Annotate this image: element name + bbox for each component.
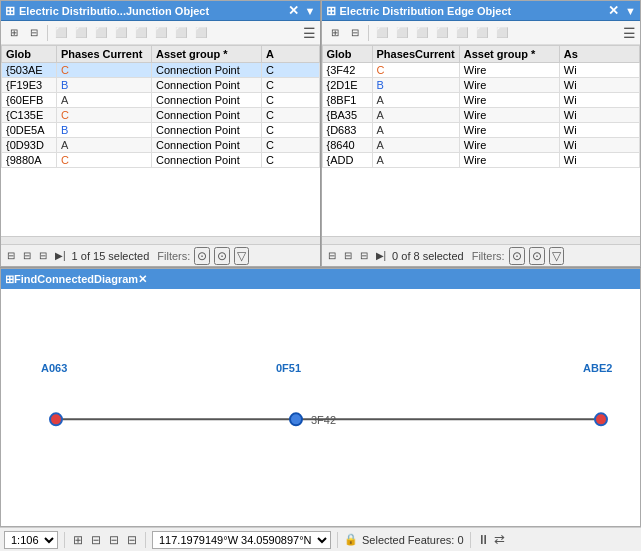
right-col-asset-header[interactable]: Asset group * (459, 46, 559, 63)
right-cell-glob: {BA35 (322, 108, 372, 123)
right-toolbar-btn-1[interactable]: ⊞ (326, 24, 344, 42)
left-table-row[interactable]: {0DE5A B Connection Point C (2, 123, 320, 138)
left-nav-last[interactable]: ▶| (53, 250, 68, 261)
right-toolbar-btn-6[interactable]: ⬜ (433, 24, 451, 42)
right-toolbar-menu[interactable]: ☰ (623, 25, 636, 41)
right-table-row[interactable]: {8BF1 A Wire Wi (322, 93, 640, 108)
diagram-close[interactable]: ✕ (138, 273, 147, 286)
diagram-canvas[interactable]: A063 0F51 3F42 ABE2 (1, 289, 640, 526)
coords-select[interactable]: 117.1979149°W 34.0590897°N (152, 531, 331, 549)
left-cell-a: C (262, 93, 320, 108)
right-cell-glob: {2D1E (322, 78, 372, 93)
node-0f51-dot[interactable] (290, 413, 302, 425)
right-panel-close[interactable]: ✕ (606, 3, 621, 18)
right-table: Glob PhasesCurrent Asset group * As {3F4… (322, 45, 641, 168)
right-filter-btn-1[interactable]: ⊙ (509, 247, 525, 265)
left-panel-dropdown[interactable]: ▼ (305, 5, 316, 17)
right-toolbar-btn-7[interactable]: ⬜ (453, 24, 471, 42)
toolbar-btn-2[interactable]: ⊟ (25, 24, 43, 42)
right-nav-first[interactable]: ⊟ (326, 250, 338, 261)
toolbar-btn-10[interactable]: ⬜ (192, 24, 210, 42)
left-cell-a: C (262, 108, 320, 123)
left-panel-close[interactable]: ✕ (286, 3, 301, 18)
node-a063-dot[interactable] (50, 413, 62, 425)
right-cell-phase: C (372, 63, 459, 78)
left-col-a-header[interactable]: A (262, 46, 320, 63)
right-toolbar-btn-8[interactable]: ⬜ (473, 24, 491, 42)
toolbar-btn-7[interactable]: ⬜ (132, 24, 150, 42)
right-nav-prev[interactable]: ⊟ (342, 250, 354, 261)
toolbar-btn-1[interactable]: ⊞ (5, 24, 23, 42)
left-filter-btn-3[interactable]: ▽ (234, 247, 249, 265)
toolbar-btn-4[interactable]: ⬜ (72, 24, 90, 42)
left-col-glob-header[interactable]: Glob (2, 46, 57, 63)
right-panel-dropdown[interactable]: ▼ (625, 5, 636, 17)
left-cell-glob: {503AE (2, 63, 57, 78)
selected-features-label: Selected Features: 0 (362, 534, 464, 546)
right-scrollbar[interactable] (322, 236, 641, 244)
left-table-row[interactable]: {0D93D A Connection Point C (2, 138, 320, 153)
left-col-asset-header[interactable]: Asset group * (152, 46, 262, 63)
right-toolbar-btn-9[interactable]: ⬜ (493, 24, 511, 42)
left-nav-next-page[interactable]: ⊟ (37, 250, 49, 261)
left-statusbar: ⊟ ⊟ ⊟ ▶| 1 of 15 selected Filters: ⊙ ⊙ ▽ (1, 244, 320, 266)
zoom-btn-1[interactable]: ⊞ (71, 533, 85, 547)
left-nav-prev[interactable]: ⊟ (21, 250, 33, 261)
right-table-row[interactable]: {2D1E B Wire Wi (322, 78, 640, 93)
scale-select[interactable]: 1:106 (4, 531, 58, 549)
selected-features: 🔒 Selected Features: 0 (344, 533, 464, 546)
left-table-row[interactable]: {60EFB A Connection Point C (2, 93, 320, 108)
left-cell-phase: C (57, 108, 152, 123)
left-toolbar-menu[interactable]: ☰ (303, 25, 316, 41)
left-cell-phase: B (57, 123, 152, 138)
right-table-row[interactable]: {D683 A Wire Wi (322, 123, 640, 138)
right-col-glob-header[interactable]: Glob (322, 46, 372, 63)
right-table-row[interactable]: {3F42 C Wire Wi (322, 63, 640, 78)
right-filter-btn-2[interactable]: ⊙ (529, 247, 545, 265)
left-table-row[interactable]: {F19E3 B Connection Point C (2, 78, 320, 93)
right-toolbar-btn-4[interactable]: ⬜ (393, 24, 411, 42)
node-abe2-dot[interactable] (595, 413, 607, 425)
left-filter-btn-2[interactable]: ⊙ (214, 247, 230, 265)
right-nav-next-page[interactable]: ⊟ (358, 250, 370, 261)
toolbar-btn-8[interactable]: ⬜ (152, 24, 170, 42)
right-cell-phase: A (372, 138, 459, 153)
left-scrollbar[interactable] (1, 236, 320, 244)
right-table-row[interactable]: {ADD A Wire Wi (322, 153, 640, 168)
sync-button[interactable]: ⇄ (494, 532, 505, 547)
right-col-a-header[interactable]: As (559, 46, 639, 63)
left-col-phase-header[interactable]: Phases Current (57, 46, 152, 63)
right-filter-btn-3[interactable]: ▽ (549, 247, 564, 265)
right-toolbar-btn-5[interactable]: ⬜ (413, 24, 431, 42)
pause-button[interactable]: ⏸ (477, 532, 490, 547)
toolbar-btn-3[interactable]: ⬜ (52, 24, 70, 42)
left-table-row[interactable]: {503AE C Connection Point C (2, 63, 320, 78)
right-cell-phase: A (372, 93, 459, 108)
left-filter-label: Filters: (157, 250, 190, 262)
right-col-phase-header[interactable]: PhasesCurrent (372, 46, 459, 63)
right-toolbar-btn-2[interactable]: ⊟ (346, 24, 364, 42)
left-table-container: Glob Phases Current Asset group * A {503… (1, 45, 320, 236)
left-nav-first[interactable]: ⊟ (5, 250, 17, 261)
right-nav-last[interactable]: ▶| (374, 250, 389, 261)
right-table-row[interactable]: {8640 A Wire Wi (322, 138, 640, 153)
left-filter-btn-1[interactable]: ⊙ (194, 247, 210, 265)
right-toolbar-btn-3[interactable]: ⬜ (373, 24, 391, 42)
toolbar-btn-9[interactable]: ⬜ (172, 24, 190, 42)
zoom-btn-4[interactable]: ⊟ (125, 533, 139, 547)
right-cell-asset: Wire (459, 93, 559, 108)
zoom-btn-3[interactable]: ⊟ (107, 533, 121, 547)
left-table-row[interactable]: {C135E C Connection Point C (2, 108, 320, 123)
right-panel-title: Electric Distribution Edge Object (340, 5, 607, 17)
node-0f51-label: 0F51 (276, 362, 301, 374)
zoom-btn-2[interactable]: ⊟ (89, 533, 103, 547)
left-table: Glob Phases Current Asset group * A {503… (1, 45, 320, 168)
left-table-row[interactable]: {9880A C Connection Point C (2, 153, 320, 168)
right-cell-phase: B (372, 78, 459, 93)
right-cell-asset: Wire (459, 63, 559, 78)
right-table-row[interactable]: {BA35 A Wire Wi (322, 108, 640, 123)
toolbar-btn-6[interactable]: ⬜ (112, 24, 130, 42)
toolbar-btn-5[interactable]: ⬜ (92, 24, 110, 42)
left-panel: ⊞ Electric Distributio...Junction Object… (0, 0, 321, 267)
left-cell-a: C (262, 63, 320, 78)
